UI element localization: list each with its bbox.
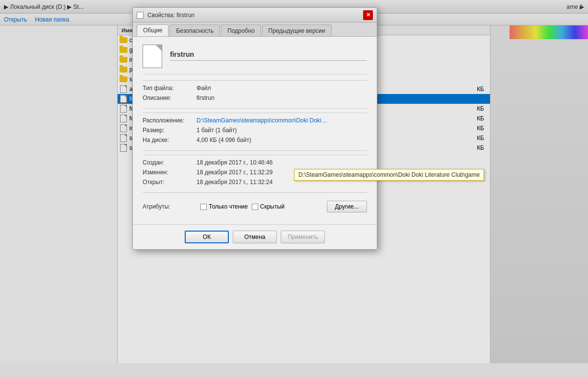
size-row: Размер: 1 байт (1 байт): [143, 127, 367, 134]
tab-previous-versions[interactable]: Предыдущие версии: [262, 24, 332, 36]
description-value: firstrun: [196, 94, 367, 101]
dialog-tabs: Общие Безопасность Подробно Предыдущие в…: [133, 23, 377, 37]
size-label: Размер:: [143, 127, 196, 134]
file-type-section: Тип файла: Файл Описание: firstrun: [143, 80, 367, 109]
size-value: 1 байт (1 байт): [196, 127, 367, 134]
created-label: Создан:: [143, 159, 196, 166]
file-title: firstrun: [170, 50, 194, 61]
readonly-checkbox[interactable]: [200, 204, 207, 210]
dialog-content: firstrun Тип файла: Файл Описание: first…: [133, 37, 377, 224]
file-type-label: Тип файла:: [143, 85, 196, 92]
dialog-title-text: Свойства: firstrun: [147, 12, 359, 19]
apply-button[interactable]: Применить: [281, 231, 325, 243]
attributes-label: Атрибуты:: [143, 203, 196, 210]
file-header: firstrun: [143, 45, 367, 74]
tooltip-text: D:\SteamGames\steamapps\common\Doki Doki…: [298, 171, 480, 178]
tab-general[interactable]: Общие: [137, 24, 169, 36]
other-attributes-button[interactable]: Другие...: [327, 201, 367, 212]
hidden-checkbox-item[interactable]: Скрытый: [252, 203, 285, 210]
dialog-buttons: ОК Отмена Применить: [133, 224, 377, 249]
disk-size-row: На диске: 4,00 КБ (4 096 байт): [143, 137, 367, 143]
opened-label: Открыт:: [143, 179, 196, 186]
readonly-checkbox-item[interactable]: Только чтение: [200, 203, 248, 210]
properties-dialog: Свойства: firstrun ✕ Общие Безопасность …: [132, 7, 377, 250]
disk-size-label: На диске:: [143, 137, 196, 143]
hidden-label: Скрытый: [260, 203, 285, 210]
path-tooltip: D:\SteamGames\steamapps\common\Doki Doki…: [294, 169, 484, 181]
hidden-checkbox[interactable]: [252, 204, 258, 210]
file-type-value: Файл: [196, 85, 367, 92]
location-value[interactable]: D:\SteamGames\steamapps\common\Doki Doki…: [196, 117, 329, 124]
tab-details[interactable]: Подробно: [221, 24, 261, 36]
created-row: Создан: 18 декабря 2017 г., 10:46:46: [143, 159, 367, 166]
attributes-section: Атрибуты: Только чтение Скрытый Другие..…: [143, 197, 367, 216]
description-row: Описание: firstrun: [143, 94, 367, 101]
created-value: 18 декабря 2017 г., 10:46:46: [196, 159, 367, 166]
description-label: Описание:: [143, 94, 196, 101]
big-file-icon: [143, 45, 162, 68]
location-label: Расположение:: [143, 117, 196, 124]
cancel-button[interactable]: Отмена: [233, 231, 277, 243]
modified-label: Изменен:: [143, 169, 196, 176]
tab-security[interactable]: Безопасность: [170, 24, 220, 36]
dialog-titlebar: Свойства: firstrun ✕: [133, 8, 377, 23]
location-section: Расположение: D:\SteamGames\steamapps\co…: [143, 113, 367, 151]
ok-button[interactable]: ОК: [185, 231, 229, 243]
dialog-close-button[interactable]: ✕: [363, 10, 373, 20]
dialog-title-icon: [137, 12, 144, 19]
location-row: Расположение: D:\SteamGames\steamapps\co…: [143, 117, 367, 124]
readonly-label: Только чтение: [209, 203, 248, 210]
file-type-row: Тип файла: Файл: [143, 85, 367, 92]
disk-size-value: 4,00 КБ (4 096 байт): [196, 137, 367, 143]
